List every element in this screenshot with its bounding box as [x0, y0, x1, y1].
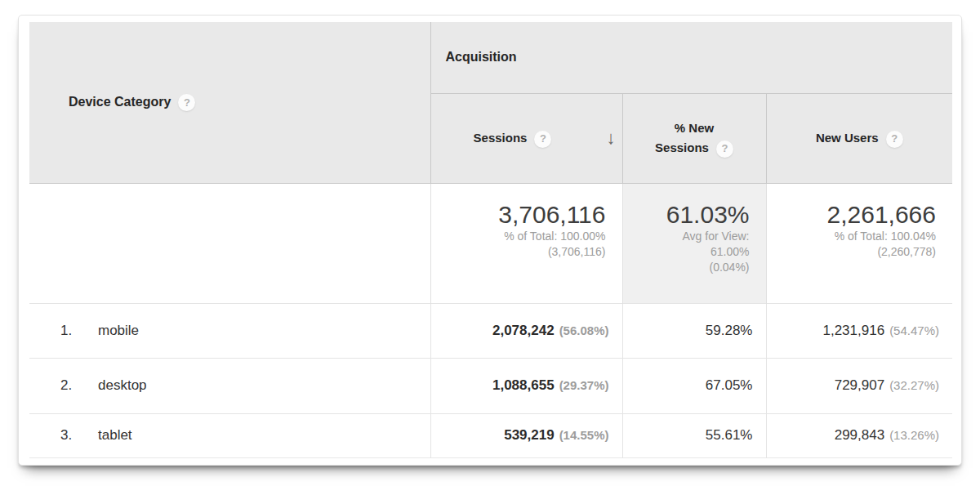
row-rank: 1. [60, 323, 98, 339]
new-users-value: 299,843 [835, 427, 884, 443]
new-users-label: New Users [816, 131, 879, 145]
summary-new-sessions-cell: 61.03% Avg for View: 61.00% (0.04%) [622, 183, 766, 303]
help-icon[interactable]: ? [716, 140, 733, 158]
column-header-sessions[interactable]: Sessions? ↓ [430, 93, 622, 183]
column-header-device-category[interactable]: Device Category? [29, 22, 430, 183]
new-users-percent: (13.26%) [889, 428, 939, 442]
page: Device Category? Acquisition Sessions? ↓… [0, 0, 980, 504]
sessions-value: 2,078,242 [492, 323, 555, 338]
summary-new-sessions-subtext: (0.04%) [628, 260, 750, 275]
sessions-cell: 2,078,242(56.08%) [430, 303, 622, 358]
summary-new-sessions-value: 61.03% [666, 201, 750, 228]
sessions-percent: (29.37%) [559, 378, 609, 392]
sort-descending-icon[interactable]: ↓ [607, 128, 616, 148]
new-sessions-value: 67.05% [706, 377, 753, 393]
group-header-row: Device Category? Acquisition [29, 22, 952, 93]
new-sessions-cell: 55.61% [622, 413, 766, 457]
sessions-label: Sessions [474, 131, 528, 145]
new-users-percent: (32.27%) [889, 378, 939, 392]
table-row: 1.mobile 2,078,242(56.08%) 59.28% 1,231,… [29, 303, 952, 358]
row-rank: 3. [60, 427, 98, 444]
report-card: Device Category? Acquisition Sessions? ↓… [18, 15, 962, 466]
new-sessions-cell: 59.28% [622, 303, 766, 358]
summary-new-users-subtext: (2,260,778) [772, 244, 937, 260]
row-rank: 2. [60, 377, 98, 394]
new-users-cell: 299,843(13.26%) [766, 413, 952, 457]
dimension-cell: 2.desktop [29, 358, 430, 413]
help-icon[interactable]: ? [886, 131, 903, 148]
sessions-cell: 1,088,655(29.37%) [430, 358, 622, 413]
new-sessions-label-line1: % New [675, 121, 714, 135]
row-label: mobile [98, 323, 139, 338]
dimension-cell: 3.tablet [29, 413, 430, 457]
column-header-new-users[interactable]: New Users? [766, 93, 952, 183]
new-sessions-cell: 67.05% [622, 358, 766, 413]
new-users-cell: 1,231,916(54.47%) [766, 303, 952, 358]
acquisition-label: Acquisition [446, 50, 517, 64]
help-icon[interactable]: ? [178, 94, 195, 111]
summary-sessions-value: 3,706,116 [498, 201, 605, 228]
device-category-table: Device Category? Acquisition Sessions? ↓… [29, 22, 952, 458]
summary-sessions-subtext: % of Total: 100.00% [436, 229, 606, 244]
new-users-percent: (54.47%) [889, 323, 939, 337]
sessions-percent: (14.55%) [559, 428, 609, 442]
sessions-value: 539,219 [504, 427, 554, 443]
summary-sessions-cell: 3,706,116 % of Total: 100.00% (3,706,116… [430, 183, 622, 303]
summary-sessions-subtext: (3,706,116) [436, 244, 606, 260]
summary-new-sessions-subtext: Avg for View: [628, 229, 750, 244]
new-users-value: 729,907 [835, 377, 884, 393]
row-label: tablet [98, 427, 132, 443]
new-sessions-label-line2: Sessions [655, 140, 709, 154]
sessions-value: 1,088,655 [492, 377, 555, 393]
table-row: 2.desktop 1,088,655(29.37%) 67.05% 729,9… [29, 358, 952, 413]
help-icon[interactable]: ? [534, 131, 551, 148]
row-label: desktop [98, 377, 147, 393]
device-category-label: Device Category [69, 94, 171, 108]
sessions-cell: 539,219(14.55%) [430, 413, 622, 457]
summary-row: 3,706,116 % of Total: 100.00% (3,706,116… [29, 183, 952, 303]
new-sessions-value: 55.61% [706, 427, 753, 443]
group-header-acquisition: Acquisition [430, 22, 952, 93]
dimension-cell: 1.mobile [29, 303, 430, 358]
column-header-new-sessions[interactable]: % New Sessions? [622, 93, 766, 183]
summary-new-users-cell: 2,261,666 % of Total: 100.04% (2,260,778… [766, 183, 952, 303]
summary-new-users-subtext: % of Total: 100.04% [772, 229, 937, 244]
summary-empty-cell [29, 183, 430, 303]
new-sessions-value: 59.28% [706, 323, 753, 338]
summary-new-users-value: 2,261,666 [827, 201, 936, 228]
summary-new-sessions-subtext: 61.00% [628, 244, 750, 260]
table-row: 3.tablet 539,219(14.55%) 55.61% 299,843(… [29, 413, 952, 457]
sessions-percent: (56.08%) [559, 323, 609, 337]
new-users-cell: 729,907(32.27%) [766, 358, 952, 413]
new-users-value: 1,231,916 [822, 323, 884, 338]
